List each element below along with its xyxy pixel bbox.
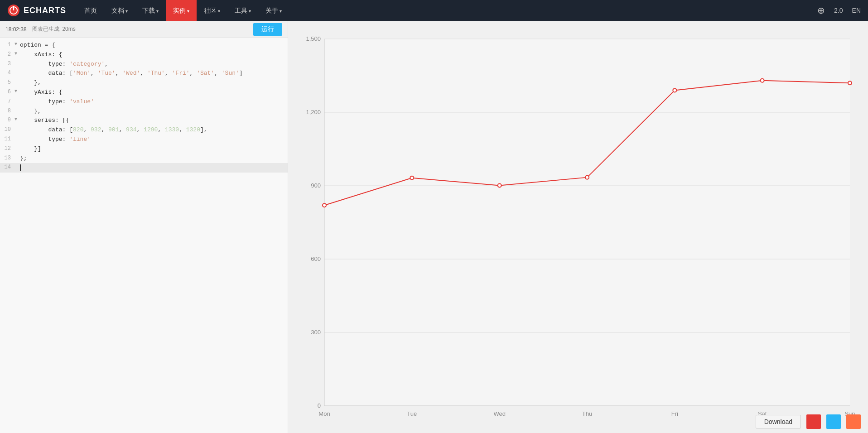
code-text-8: }, [20, 107, 286, 116]
nav-version: 2.0 [834, 7, 843, 14]
line-number-1: 1 [0, 41, 14, 49]
line-number-9: 9 [0, 116, 14, 125]
nav-item-docs[interactable]: 文档▾ [104, 0, 135, 21]
examples-dropdown-arrow: ▾ [187, 9, 189, 14]
code-text-9: series: [{ [20, 116, 286, 125]
line-number-7: 7 [0, 97, 14, 106]
line-number-3: 3 [0, 60, 14, 68]
code-text-12: }] [20, 144, 286, 154]
nav-item-home[interactable]: 首页 [77, 0, 104, 21]
nav-item-download[interactable]: 下载▾ [135, 0, 166, 21]
code-line-13[interactable]: 13 }; [0, 154, 288, 164]
nav-logo-text: ECHARTS [24, 6, 66, 15]
editor-panel: 18:02:38 图表已生成, 20ms 运行 1▼option = {2▼ x… [0, 21, 288, 433]
code-text-5: }, [20, 78, 286, 88]
chart-canvas [288, 21, 868, 433]
main-content: 18:02:38 图表已生成, 20ms 运行 1▼option = {2▼ x… [0, 21, 868, 433]
community-dropdown-arrow: ▾ [218, 9, 220, 14]
run-button[interactable]: 运行 [253, 23, 282, 36]
code-line-6[interactable]: 6▼ yAxis: { [0, 88, 288, 97]
chart-panel [288, 21, 868, 433]
navbar: ECHARTS 首页 文档▾ 下载▾ 实例▾ 社区▾ 工具▾ 关于▾ ⊕ 2.0… [0, 0, 868, 21]
bottom-bar: Download [748, 410, 868, 433]
editor-status: 图表已生成, 20ms [32, 25, 76, 33]
code-line-5[interactable]: 5 }, [0, 78, 288, 88]
code-text-10: data: [820, 932, 901, 934, 1290, 1330, 1… [20, 125, 286, 135]
line-number-12: 12 [0, 144, 14, 153]
nav-right: ⊕ 2.0 EN [817, 5, 861, 16]
code-line-2[interactable]: 2▼ xAxis: { [0, 50, 288, 60]
fold-btn-9[interactable]: ▼ [14, 116, 20, 123]
code-line-11[interactable]: 11 type: 'line' [0, 135, 288, 144]
line-number-14: 14 [0, 163, 14, 172]
code-editor[interactable]: 1▼option = {2▼ xAxis: {3 type: 'category… [0, 38, 288, 433]
line-number-11: 11 [0, 135, 14, 144]
code-text-7: type: 'value' [20, 97, 286, 107]
code-line-7[interactable]: 7 type: 'value' [0, 97, 288, 107]
code-line-12[interactable]: 12 }] [0, 144, 288, 154]
theme-icon-blue[interactable] [826, 414, 841, 429]
github-icon[interactable]: ⊕ [817, 5, 825, 16]
fold-btn-2[interactable]: ▼ [14, 50, 20, 58]
line-number-6: 6 [0, 88, 14, 96]
nav-item-examples[interactable]: 实例▾ [166, 0, 197, 21]
nav-item-about[interactable]: 关于▾ [258, 0, 289, 21]
theme-icon-orange[interactable] [846, 414, 861, 429]
nav-logo[interactable]: ECHARTS [7, 4, 66, 17]
line-number-8: 8 [0, 107, 14, 115]
code-text-4: data: ['Mon', 'Tue', 'Wed', 'Thu', 'Fri'… [20, 69, 286, 78]
editor-toolbar: 18:02:38 图表已生成, 20ms 运行 [0, 21, 288, 38]
code-text-6: yAxis: { [20, 88, 286, 97]
nav-item-community[interactable]: 社区▾ [197, 0, 227, 21]
theme-icon-red[interactable] [806, 414, 821, 429]
line-number-13: 13 [0, 154, 14, 163]
editor-time: 18:02:38 [5, 26, 27, 33]
code-line-4[interactable]: 4 data: ['Mon', 'Tue', 'Wed', 'Thu', 'Fr… [0, 69, 288, 78]
fold-btn-1[interactable]: ▼ [14, 41, 20, 48]
echarts-logo-icon [7, 4, 20, 17]
code-text-2: xAxis: { [20, 50, 286, 60]
code-line-1[interactable]: 1▼option = { [0, 41, 288, 50]
docs-dropdown-arrow: ▾ [125, 9, 128, 14]
code-line-3[interactable]: 3 type: 'category', [0, 60, 288, 69]
download-button[interactable]: Download [756, 415, 801, 428]
nav-lang[interactable]: EN [852, 7, 861, 14]
code-line-8[interactable]: 8 }, [0, 107, 288, 116]
code-text-14 [20, 163, 286, 173]
nav-item-tools[interactable]: 工具▾ [227, 0, 258, 21]
code-text-11: type: 'line' [20, 135, 286, 144]
line-number-5: 5 [0, 78, 14, 87]
code-line-14[interactable]: 14 [0, 163, 288, 173]
fold-btn-6[interactable]: ▼ [14, 88, 20, 95]
code-line-10[interactable]: 10 data: [820, 932, 901, 934, 1290, 1330… [0, 125, 288, 135]
code-text-13: }; [20, 154, 286, 164]
line-number-2: 2 [0, 50, 14, 59]
code-line-9[interactable]: 9▼ series: [{ [0, 116, 288, 125]
line-number-4: 4 [0, 69, 14, 77]
download-dropdown-arrow: ▾ [156, 9, 159, 14]
about-dropdown-arrow: ▾ [280, 9, 282, 14]
tools-dropdown-arrow: ▾ [249, 9, 251, 14]
line-number-10: 10 [0, 125, 14, 134]
code-text-1: option = { [20, 41, 286, 50]
code-text-3: type: 'category', [20, 60, 286, 69]
